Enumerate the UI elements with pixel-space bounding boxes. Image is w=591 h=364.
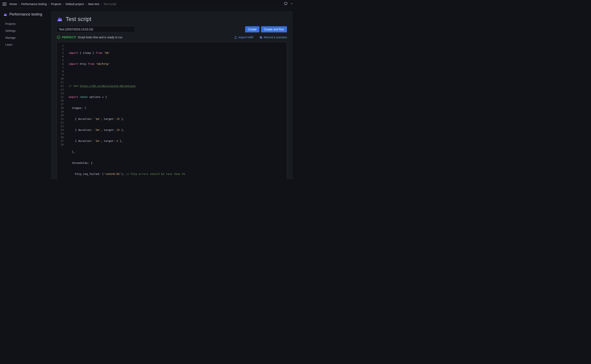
k6-logo-icon: k6 — [57, 16, 63, 22]
sidebar-item-manage[interactable]: Manage — [3, 34, 48, 41]
svg-text:k6: k6 — [5, 14, 6, 16]
sidebar-title: Performance testing — [9, 12, 42, 17]
code-editor[interactable]: 1234567891011121314151617181920212223242… — [57, 42, 287, 179]
sidebar-item-learn[interactable]: Learn — [3, 41, 48, 48]
chevron-right-icon: › — [63, 2, 64, 6]
record-scenario-label: Record a scenario — [264, 36, 287, 39]
breadcrumb: Home › Performance testing › Projects › … — [9, 2, 116, 6]
sidebar-header: k6 Performance testing — [3, 12, 48, 17]
import-har-label: Import HAR — [238, 36, 253, 39]
status-message: Script looks fine and is ready to run — [78, 36, 123, 39]
line-number-gutter: 1234567891011121314151617181920212223242… — [57, 42, 66, 179]
record-icon — [260, 36, 262, 39]
chevron-right-icon: › — [48, 2, 49, 6]
monitor-icon[interactable] — [284, 2, 287, 6]
record-scenario-button[interactable]: Record a scenario — [260, 36, 287, 39]
create-button[interactable]: Create — [245, 26, 260, 32]
test-name-input[interactable] — [57, 26, 135, 32]
chevron-right-icon: › — [19, 2, 19, 6]
chevron-right-icon: › — [86, 2, 87, 6]
k6-logo-icon: k6 — [3, 13, 7, 17]
page-title: Test script — [66, 16, 91, 22]
svg-point-5 — [57, 36, 60, 39]
breadcrumb-home[interactable]: Home — [9, 2, 17, 6]
menu-toggle-icon[interactable] — [2, 2, 6, 6]
breadcrumb-default-project[interactable]: Default project — [65, 2, 84, 6]
svg-text:k6: k6 — [59, 20, 60, 21]
create-and-run-button[interactable]: Create and Run — [261, 26, 287, 32]
top-bar: Home › Performance testing › Projects › … — [0, 0, 296, 8]
sidebar-item-settings[interactable]: Settings — [3, 27, 48, 34]
upload-icon — [234, 36, 237, 39]
sidebar-item-projects[interactable]: Projects — [3, 21, 48, 27]
import-har-button[interactable]: Import HAR — [234, 36, 253, 39]
breadcrumb-perf-testing[interactable]: Performance testing — [21, 2, 47, 6]
code-content[interactable]: import { sleep } from 'k6' import http f… — [66, 42, 287, 179]
svg-rect-0 — [284, 2, 287, 4]
breadcrumb-projects[interactable]: Projects — [51, 2, 61, 6]
chevron-right-icon: › — [101, 2, 102, 6]
chevron-down-icon[interactable] — [290, 2, 293, 6]
main-content: k6 Test script Create Create and Run PER… — [51, 11, 293, 179]
check-circle-icon — [57, 35, 60, 39]
breadcrumb-current: Test script — [103, 2, 116, 6]
sidebar: k6 Performance testing Projects Settings… — [0, 8, 51, 182]
status-perfect-label: PERFECT! — [62, 36, 76, 39]
svg-point-8 — [260, 37, 261, 38]
breadcrumb-new-test[interactable]: New test — [88, 2, 99, 6]
